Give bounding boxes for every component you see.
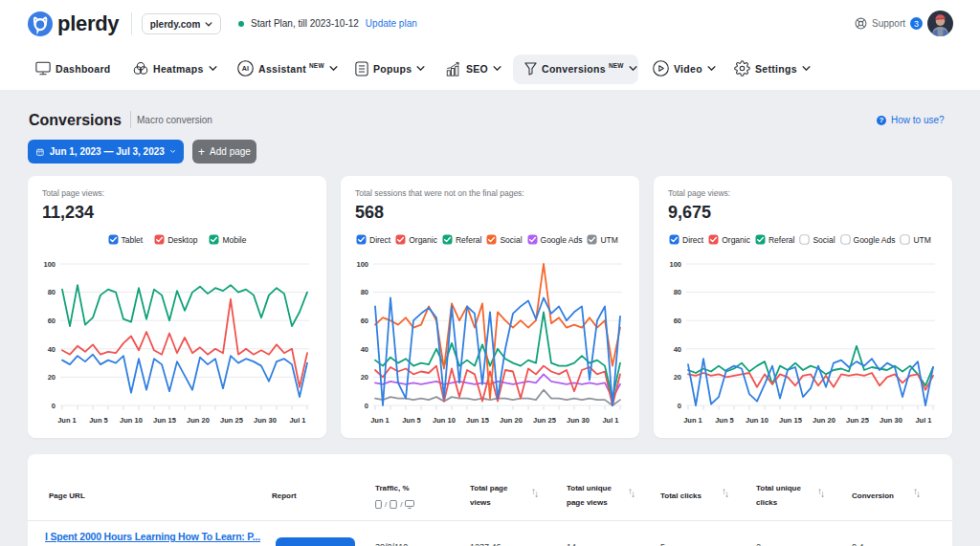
svg-text:Jun 30: Jun 30 [254,416,277,425]
svg-text:20: 20 [48,373,56,382]
svg-text:0: 0 [365,402,368,410]
svg-text:60: 60 [674,317,681,325]
svg-text:Jun 5: Jun 5 [89,416,108,425]
svg-text:Jun 15: Jun 15 [779,416,802,425]
svg-text:40: 40 [48,345,56,354]
svg-text:0: 0 [678,402,681,410]
svg-text:80: 80 [674,288,681,296]
svg-text:20: 20 [361,373,368,382]
svg-text:Jun 20: Jun 20 [187,416,210,425]
svg-text:60: 60 [48,317,56,325]
svg-text:Jun 15: Jun 15 [466,416,489,425]
svg-text:Jun 25: Jun 25 [533,416,556,425]
svg-text:40: 40 [674,345,681,354]
svg-text:Jun 10: Jun 10 [433,416,456,425]
svg-text:40: 40 [361,345,368,354]
svg-text:Jun 1: Jun 1 [683,416,702,425]
svg-text:80: 80 [361,288,368,296]
svg-text:Jul 1: Jul 1 [602,416,618,425]
svg-text:Jun 25: Jun 25 [220,416,243,425]
svg-text:Jun 10: Jun 10 [746,416,768,425]
svg-text:Jun 5: Jun 5 [402,416,421,425]
svg-text:Jul 1: Jul 1 [289,416,305,425]
svg-text:Jun 10: Jun 10 [120,416,143,425]
svg-text:Jun 1: Jun 1 [57,416,77,425]
svg-text:Jun 1: Jun 1 [370,416,390,425]
svg-text:Jun 20: Jun 20 [813,416,835,425]
svg-text:Jun 20: Jun 20 [500,416,523,425]
svg-text:Jun 5: Jun 5 [715,416,734,425]
svg-text:Jun 15: Jun 15 [153,416,176,425]
svg-text:AI: AI [242,65,250,73]
svg-text:Jun 25: Jun 25 [846,416,869,425]
svg-text:100: 100 [356,260,368,269]
svg-text:80: 80 [48,288,56,296]
svg-text:Jun 30: Jun 30 [567,416,590,425]
svg-text:60: 60 [361,317,368,325]
svg-text:Jul 1: Jul 1 [915,416,931,425]
svg-text:20: 20 [674,373,681,382]
svg-text:100: 100 [43,260,56,269]
svg-text:0: 0 [52,402,56,410]
svg-text:100: 100 [669,260,681,269]
svg-text:Jun 30: Jun 30 [880,416,902,425]
